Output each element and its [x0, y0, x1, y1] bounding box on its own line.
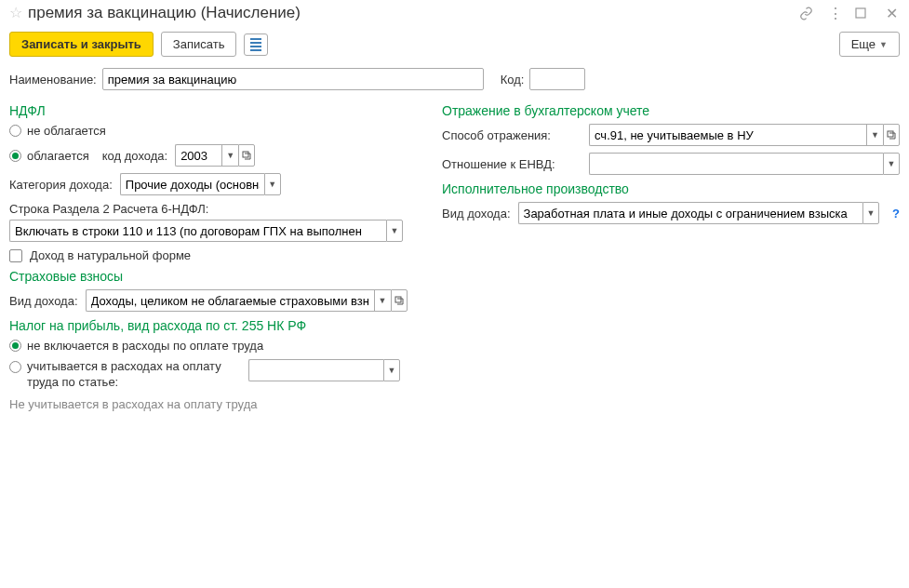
- envd-input[interactable]: [589, 153, 883, 175]
- insurance-income-type-input[interactable]: [86, 289, 374, 312]
- favorite-star-icon[interactable]: ☆: [9, 6, 22, 20]
- profit-note: Не учитывается в расходах на оплату труд…: [9, 397, 423, 411]
- help-icon[interactable]: ?: [892, 207, 900, 220]
- chevron-down-icon: ▼: [879, 40, 888, 49]
- close-icon[interactable]: ✕: [883, 5, 900, 22]
- radio-checked-icon: [9, 150, 21, 162]
- profit-included-label: учитывается в расходах на оплату труда п…: [27, 359, 241, 391]
- profit-article-input[interactable]: [248, 359, 383, 381]
- envd-label: Отношение к ЕНВД:: [442, 157, 581, 171]
- profit-not-included-label: не включается в расходы по оплате труда: [27, 339, 263, 353]
- name-input[interactable]: [102, 68, 484, 90]
- profit-section-title: Налог на прибыль, вид расхода по ст. 255…: [9, 318, 423, 333]
- natural-income-checkbox[interactable]: [9, 249, 22, 262]
- section2-dropdown[interactable]: ▼: [386, 220, 403, 242]
- more-button[interactable]: Еще ▼: [839, 32, 900, 57]
- svg-rect-2: [395, 297, 401, 302]
- enforcement-income-input[interactable]: [518, 202, 863, 224]
- reflection-method-input[interactable]: [589, 124, 866, 146]
- enforcement-section-title: Исполнительное производство: [442, 181, 900, 196]
- profit-included-radio[interactable]: учитывается в расходах на оплату труда п…: [9, 359, 241, 391]
- window-title: премия за вакцинацию (Начисление): [28, 4, 794, 22]
- insurance-income-type-open-button[interactable]: [391, 289, 408, 312]
- section2-label: Строка Раздела 2 Расчета 6-НДФЛ:: [9, 202, 208, 216]
- reflection-method-open-button[interactable]: [883, 124, 900, 146]
- enforcement-income-dropdown[interactable]: ▼: [862, 202, 879, 224]
- code-input[interactable]: [529, 68, 585, 90]
- radio-checked-icon: [9, 340, 21, 352]
- list-icon: [250, 38, 261, 51]
- reflection-method-dropdown[interactable]: ▼: [866, 124, 883, 146]
- envd-dropdown[interactable]: ▼: [883, 153, 900, 175]
- income-code-open-button[interactable]: [238, 144, 255, 167]
- ndfl-not-taxed-radio[interactable]: не облагается: [9, 124, 106, 138]
- svg-rect-3: [888, 131, 893, 137]
- income-code-input[interactable]: [175, 144, 221, 167]
- income-code-label: код дохода:: [102, 149, 167, 163]
- radio-icon: [9, 125, 21, 137]
- insurance-income-type-dropdown[interactable]: ▼: [374, 289, 391, 312]
- more-label: Еще: [851, 37, 876, 51]
- ndfl-not-taxed-label: не облагается: [27, 124, 106, 138]
- accounting-section-title: Отражение в бухгалтерском учете: [442, 103, 900, 118]
- insurance-income-type-label: Вид дохода:: [9, 294, 78, 308]
- save-button[interactable]: Записать: [161, 32, 237, 57]
- ndfl-section-title: НДФЛ: [9, 103, 423, 118]
- profit-not-included-radio[interactable]: не включается в расходы по оплате труда: [9, 339, 263, 353]
- svg-rect-1: [243, 152, 248, 157]
- list-view-button[interactable]: [244, 33, 268, 56]
- name-label: Наименование:: [9, 73, 97, 87]
- section2-input[interactable]: [9, 220, 386, 242]
- ndfl-taxed-radio[interactable]: облагается: [9, 149, 89, 163]
- category-input[interactable]: [120, 173, 264, 195]
- svg-rect-0: [856, 8, 865, 18]
- income-code-dropdown[interactable]: ▼: [221, 144, 238, 167]
- enforcement-income-label: Вид дохода:: [442, 207, 511, 220]
- profit-article-dropdown[interactable]: ▼: [383, 359, 400, 381]
- radio-icon: [9, 361, 21, 373]
- category-dropdown[interactable]: ▼: [264, 173, 281, 195]
- code-label: Код:: [501, 73, 525, 87]
- save-and-close-button[interactable]: Записать и закрыть: [9, 32, 154, 57]
- natural-income-label: Доход в натуральной форме: [30, 248, 191, 262]
- insurance-section-title: Страховые взносы: [9, 269, 423, 284]
- maximize-icon[interactable]: [855, 7, 872, 19]
- category-label: Категория дохода:: [9, 178, 113, 192]
- reflection-method-label: Способ отражения:: [442, 128, 581, 142]
- ndfl-taxed-label: облагается: [27, 149, 89, 163]
- kebab-menu-icon[interactable]: ⋮: [827, 5, 844, 22]
- link-icon[interactable]: [799, 7, 816, 20]
